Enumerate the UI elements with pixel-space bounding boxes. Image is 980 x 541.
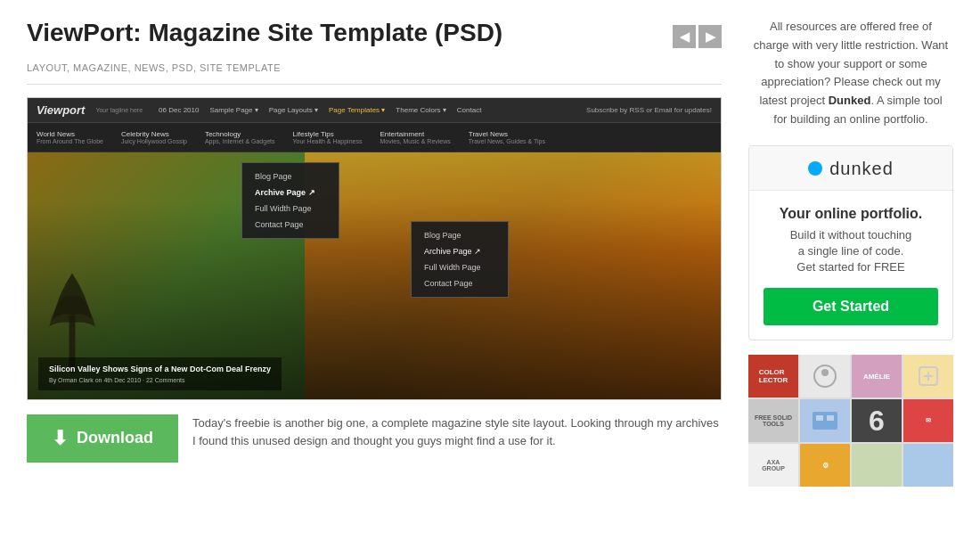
title-row: ViewPort: Magazine Site Template (PSD) ◀… <box>27 18 722 55</box>
dunked-logo-text: dunked <box>829 159 894 179</box>
portfolio-cell-5: FREE SOLID TOOLS <box>748 399 798 442</box>
main-content: ViewPort: Magazine Site Template (PSD) ◀… <box>27 18 722 487</box>
mock-nav-items: 06 Dec 2010 Sample Page ▾ Page Layouts ▾… <box>159 106 481 114</box>
get-started-button[interactable]: Get Started <box>764 288 938 325</box>
mock-hero: Silicon Valley Shows Signs of a New Dot-… <box>28 152 721 399</box>
mock-nav: Viewport Your tagline here 06 Dec 2010 S… <box>28 98 721 123</box>
portfolio-cell-12 <box>903 444 953 487</box>
page-title: ViewPort: Magazine Site Template (PSD) <box>27 18 502 48</box>
tags-row: LAYOUT, MAGAZINE, NEWS, PSD, SITE TEMPLA… <box>27 62 722 73</box>
portfolio-cell-3: AMÉLIE <box>852 355 902 398</box>
mock-categories: World News From Around The Globe Celebri… <box>28 123 721 152</box>
mock-browser: Viewport Your tagline here 06 Dec 2010 S… <box>28 98 721 399</box>
portfolio-cell-2 <box>800 355 850 398</box>
portfolio-cell-6 <box>800 399 850 442</box>
dunked-header: dunked <box>749 146 952 191</box>
portfolio-cell-4 <box>903 355 953 398</box>
mock-dropdown: Blog Page Archive Page ↗ Full Width Page… <box>241 162 339 239</box>
portfolio-cell-7: 6 <box>852 399 902 442</box>
svg-rect-8 <box>827 415 834 421</box>
divider <box>27 84 722 85</box>
mock-hero-byline: By Orman Clark on 4th Dec 2010 · 22 Comm… <box>49 377 271 383</box>
svg-rect-7 <box>816 415 823 421</box>
download-icon: ⬇ <box>52 427 68 450</box>
portfolio-cell-9: AXAGROUP <box>748 444 798 487</box>
prev-button[interactable]: ◀ <box>673 25 696 48</box>
portfolio-cell-10: ⚙ <box>800 444 850 487</box>
mock-hero-headline: Silicon Valley Shows Signs of a New Dot-… <box>49 365 271 375</box>
download-label: Download <box>77 429 153 447</box>
portfolio-cell-1: COLORLECTOR <box>748 355 798 398</box>
description-text: Today's freebie is another big one, a co… <box>192 414 722 452</box>
dunked-sub: Build it without touching a single line … <box>764 227 938 276</box>
preview-image: Viewport Your tagline here 06 Dec 2010 S… <box>27 97 722 400</box>
next-button[interactable]: ▶ <box>698 25 722 48</box>
dunked-logo-dot <box>808 161 822 176</box>
mock-brand: Viewport <box>37 103 85 117</box>
portfolio-cell-11 <box>852 444 902 487</box>
dunked-tagline: Your online portfolio. <box>764 205 938 224</box>
portfolio-cell-8: ✉ <box>903 399 953 442</box>
dunked-body: Your online portfolio. Build it without … <box>749 191 952 340</box>
tree-silhouette <box>37 266 108 373</box>
portfolio-grid: COLORLECTOR AMÉLIE FREE SOLID TOOLS 6 ✉ … <box>748 355 953 487</box>
svg-point-2 <box>821 369 829 376</box>
download-button[interactable]: ⬇ Download <box>27 414 178 463</box>
sidebar: All resources are offered free of charge… <box>748 18 953 487</box>
mock-sub-dropdown: Blog Page Archive Page ↗ Full Width Page… <box>411 221 509 298</box>
sidebar-intro: All resources are offered free of charge… <box>748 18 953 129</box>
mock-hero-text: Silicon Valley Shows Signs of a New Dot-… <box>38 357 282 390</box>
download-section: ⬇ Download Today's freebie is another bi… <box>27 414 722 463</box>
dunked-card: dunked Your online portfolio. Build it w… <box>748 145 953 340</box>
mock-nav-right: Subscribe by RSS or Email for updates! <box>586 106 712 114</box>
mock-tagline: Your tagline here <box>95 107 143 113</box>
